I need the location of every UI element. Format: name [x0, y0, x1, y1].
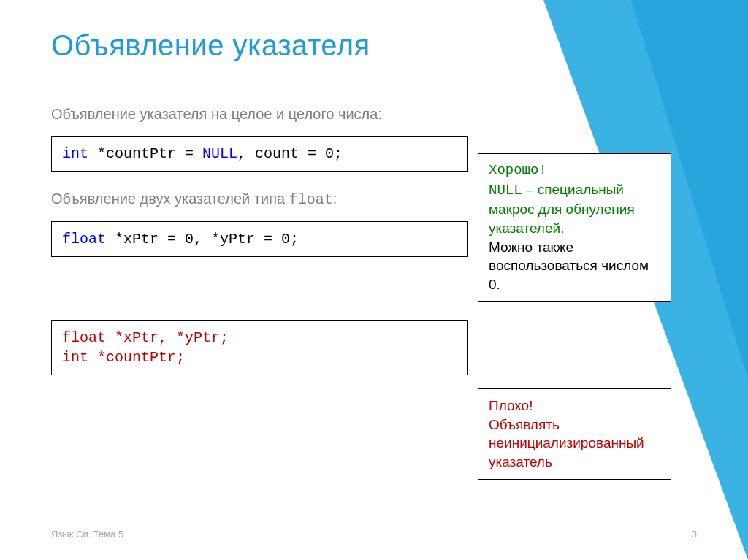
code-box-2: float *xPtr = 0, *yPtr = 0;: [51, 221, 468, 257]
footer-left: Язык Си. Тема 5: [51, 529, 123, 540]
code1-seg2: , count = 0;: [237, 145, 343, 162]
text2-a: Объявление двух указателей типа: [51, 191, 289, 207]
code3-line2-rest: *countPtr;: [88, 349, 185, 366]
code3-line1-rest: *xPtr, *yPtr;: [106, 329, 229, 346]
callout-bad: Плохо! Объявлять неинициализированный ук…: [478, 388, 671, 480]
code3-keyword-int: int: [62, 349, 88, 366]
slide-content: Объявление указателя Объявление указател…: [0, 0, 748, 560]
good-line1: Хорошо!: [489, 161, 660, 180]
callout-good: Хорошо! NULL – специальный макрос для об…: [478, 153, 671, 302]
code2-seg1: *xPtr = 0, *yPtr = 0;: [106, 231, 299, 248]
bad-line2: Объявлять неинициализированный указатель: [489, 415, 660, 472]
code1-null: NULL: [202, 145, 237, 162]
text2-mono: float: [289, 191, 333, 208]
slide-footer: Язык Си. Тема 5 3: [51, 529, 697, 540]
code1-keyword-int: int: [62, 145, 88, 162]
code-box-3: float *xPtr, *yPtr; int *countPtr;: [51, 320, 468, 375]
code3-keyword-float: float: [62, 329, 106, 346]
slide-title: Объявление указателя: [51, 29, 697, 62]
code-box-1: int *countPtr = NULL, count = 0;: [51, 136, 468, 172]
good-line3: Можно также воспользоваться числом 0.: [489, 238, 660, 294]
code1-seg1: *countPtr =: [88, 145, 202, 162]
good-null: NULL: [489, 183, 522, 199]
text2-b: :: [333, 191, 337, 207]
bad-line1: Плохо!: [489, 396, 660, 415]
footer-page-number: 3: [692, 529, 697, 540]
intro-text-1: Объявление указателя на целое и целого ч…: [51, 106, 697, 123]
code2-keyword-float: float: [62, 231, 106, 248]
